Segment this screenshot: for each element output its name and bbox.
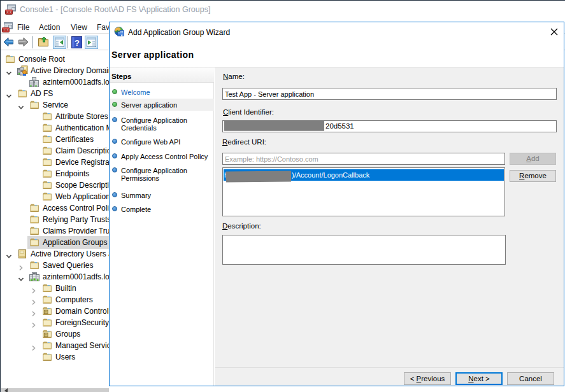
svg-text:?: ? xyxy=(75,38,80,48)
